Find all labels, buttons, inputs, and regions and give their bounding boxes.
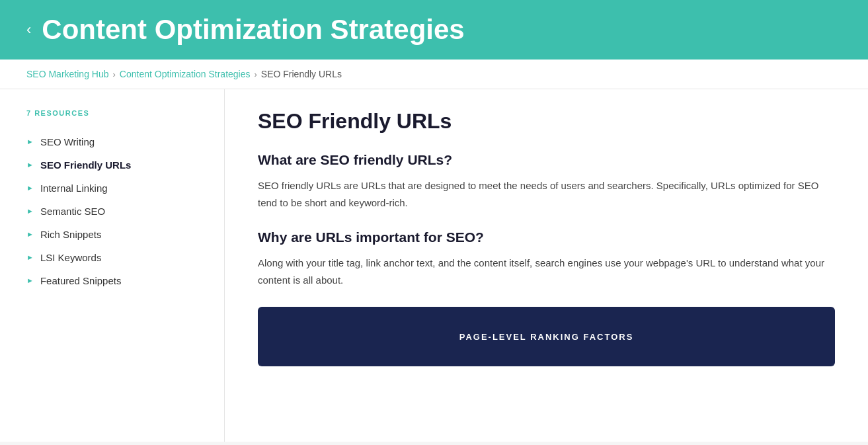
sidebar-item-label: SEO Friendly URLs [40,159,132,171]
sidebar: 7 RESOURCES ► SEO Writing ► SEO Friendly… [0,89,225,442]
sidebar-item-featured-snippets[interactable]: ► Featured Snippets [26,269,204,292]
section-paragraph-1: SEO friendly URLs are URLs that are desi… [258,177,835,211]
arrow-icon: ► [26,138,34,145]
arrow-icon: ► [26,277,34,284]
content-area: SEO Friendly URLs What are SEO friendly … [225,89,868,442]
sidebar-item-label: LSI Keywords [40,252,102,263]
sidebar-item-label: SEO Writing [40,136,95,147]
arrow-icon: ► [26,161,34,169]
main-layout: 7 RESOURCES ► SEO Writing ► SEO Friendly… [0,89,868,442]
content-page-title: SEO Friendly URLs [258,109,835,134]
breadcrumb-separator-1: › [113,69,116,79]
arrow-icon: ► [26,184,34,192]
arrow-icon: ► [26,231,34,238]
page-header: ‹ Content Optimization Strategies [0,0,868,60]
section-paragraph-2: Along with your title tag, link anchor t… [258,255,835,288]
sidebar-item-seo-friendly-urls[interactable]: ► SEO Friendly URLs [26,153,204,177]
arrow-icon: ► [26,254,34,261]
breadcrumb-separator-2: › [255,69,257,79]
resources-label: 7 RESOURCES [26,109,204,117]
dark-banner-text: PAGE-LEVEL RANKING FACTORS [459,332,634,342]
section-heading-2: Why are URLs important for SEO? [258,229,835,245]
section-heading-1: What are SEO friendly URLs? [258,152,835,168]
sidebar-item-label: Rich Snippets [40,229,102,240]
sidebar-item-seo-writing[interactable]: ► SEO Writing [26,130,204,153]
sidebar-item-label: Internal Linking [40,182,108,194]
sidebar-item-semantic-seo[interactable]: ► Semantic SEO [26,200,204,223]
arrow-icon: ► [26,208,34,215]
sidebar-nav: ► SEO Writing ► SEO Friendly URLs ► Inte… [26,130,204,292]
back-icon[interactable]: ‹ [26,22,31,37]
breadcrumb-current-page: SEO Friendly URLs [261,69,342,79]
dark-banner: PAGE-LEVEL RANKING FACTORS [258,307,835,366]
sidebar-item-rich-snippets[interactable]: ► Rich Snippets [26,223,204,246]
header-title: Content Optimization Strategies [42,13,464,46]
sidebar-item-lsi-keywords[interactable]: ► LSI Keywords [26,246,204,269]
breadcrumb: SEO Marketing Hub › Content Optimization… [0,60,868,89]
breadcrumb-content-optimization[interactable]: Content Optimization Strategies [120,69,251,79]
sidebar-item-label: Featured Snippets [40,275,122,286]
sidebar-item-label: Semantic SEO [40,206,105,217]
breadcrumb-seo-hub[interactable]: SEO Marketing Hub [26,69,109,79]
sidebar-item-internal-linking[interactable]: ► Internal Linking [26,177,204,200]
